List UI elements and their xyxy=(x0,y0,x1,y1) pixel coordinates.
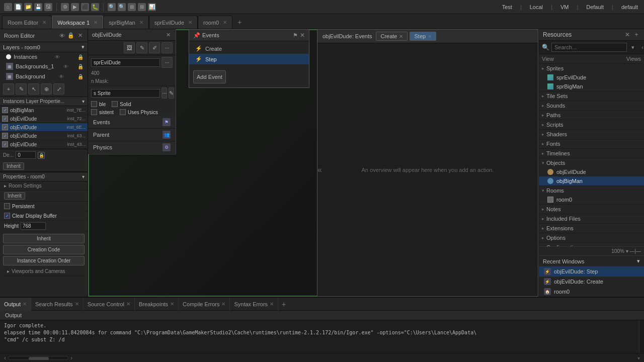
collision-sprite-input[interactable] xyxy=(91,89,160,98)
add-tab-button[interactable]: + xyxy=(234,17,245,28)
search-prev-icon[interactable]: ‹ xyxy=(638,43,644,51)
collapse-arrow-icon[interactable]: « xyxy=(317,165,322,174)
de-input[interactable] xyxy=(16,151,36,159)
output-tab-breakpoints[interactable]: Breakpoints ✕ xyxy=(135,298,179,311)
lock-icon2[interactable]: 🔒 xyxy=(67,32,74,39)
layer-dropdown[interactable]: Layers - room0 ▾ xyxy=(0,42,88,52)
height-input[interactable] xyxy=(21,222,46,230)
bg1-lock-icon[interactable]: 🔒 xyxy=(77,64,84,69)
edit-btn[interactable]: ✎ xyxy=(16,83,27,95)
obj-properties-btn[interactable]: ✎ xyxy=(136,42,147,53)
uses-physics-checkbox[interactable] xyxy=(120,109,126,115)
physics-section-btn[interactable]: Physics ⚙ xyxy=(88,141,176,154)
close-panel-icon[interactable]: ✕ xyxy=(76,32,84,39)
add-event-button[interactable]: Add Event xyxy=(193,70,226,83)
room-settings-section[interactable]: ▸ Room Settings xyxy=(0,182,88,191)
obj-sprite-more-btn[interactable]: ··· xyxy=(162,57,173,68)
collision-more-btn[interactable]: ··· xyxy=(162,87,167,99)
event-step[interactable]: ⚡ Step xyxy=(189,54,309,64)
debug-icon[interactable]: 🐛 xyxy=(91,3,99,11)
options-header[interactable]: ▸ Options xyxy=(539,233,644,242)
fonts-header[interactable]: ▸ Fonts xyxy=(539,139,644,148)
recent-windows-header[interactable]: Recent Windows ▾ xyxy=(539,256,644,266)
big-step-close[interactable]: ✕ xyxy=(428,34,432,39)
breakpoints-close[interactable]: ✕ xyxy=(170,301,174,307)
output-close[interactable]: ✕ xyxy=(23,301,27,307)
tab-sprevildude[interactable]: sprEvilDude ✕ xyxy=(149,16,198,29)
instances-lock-icon[interactable]: 🔒 xyxy=(77,54,84,60)
resources-close-icon[interactable]: ✕ xyxy=(624,31,631,38)
bg-lock-icon[interactable]: 🔒 xyxy=(77,74,84,79)
included-files-header[interactable]: ▸ Included Files xyxy=(539,214,644,223)
obj-close-icon[interactable]: ✕ xyxy=(165,31,172,38)
recent-room0[interactable]: 🏠 room0 xyxy=(539,287,644,297)
obj-pencil-btn[interactable]: ✐ xyxy=(149,42,160,53)
inherit-button2[interactable]: Inherit xyxy=(4,192,25,200)
tilesets-header[interactable]: ▸ Tile Sets xyxy=(539,92,644,101)
big-step-tab[interactable]: Step ✕ xyxy=(410,32,436,41)
creation-code-button[interactable]: Creation Code xyxy=(3,245,85,254)
lock-icon3[interactable]: 🔒 xyxy=(38,152,45,159)
inherit-button[interactable]: Inherit xyxy=(3,162,24,170)
search-input[interactable] xyxy=(551,43,627,52)
tab-room0[interactable]: room0 ✕ xyxy=(198,16,232,29)
zoom-in-icon[interactable]: 🔍 xyxy=(108,3,116,11)
configurations-header[interactable]: ▸ Configurations xyxy=(539,243,644,246)
move-btn[interactable]: ⊕ xyxy=(41,83,52,95)
output-tab-output[interactable]: Output ✕ xyxy=(0,298,31,311)
scroll-right-icon[interactable]: › xyxy=(70,354,72,361)
rooms-header[interactable]: ▾ Rooms xyxy=(539,186,644,195)
notes-header[interactable]: ▸ Notes xyxy=(539,205,644,214)
inherit-button3[interactable]: Inherit xyxy=(3,234,85,243)
sprites-header[interactable]: ▸ Sprites xyxy=(539,64,644,73)
add-output-tab-button[interactable]: + xyxy=(278,299,289,310)
chevron-bottom-icon[interactable]: ▾ xyxy=(637,355,640,361)
inst-check-1[interactable]: ✓ xyxy=(2,116,8,122)
inst-check-4[interactable]: ✓ xyxy=(2,141,8,147)
sprite-evildude[interactable]: sprEvilDude xyxy=(539,73,644,82)
grid-icon[interactable]: ⊞ xyxy=(138,3,146,11)
scripts-header[interactable]: ▸ Scripts xyxy=(539,120,644,129)
horizontal-scrollbar[interactable] xyxy=(8,356,68,360)
obj-bigman-item[interactable]: objBigMan xyxy=(539,176,644,186)
big-create-tab[interactable]: Create ✕ xyxy=(376,32,408,41)
syntax-errors-close[interactable]: ✕ xyxy=(270,301,274,307)
persistent-checkbox2[interactable] xyxy=(91,109,97,115)
run-icon[interactable]: ▶ xyxy=(71,3,79,11)
instance-item-1[interactable]: ✓ objEvilDude inst_72... xyxy=(0,115,88,123)
instances-eye-icon[interactable]: 👁 xyxy=(55,54,60,60)
persistent-checkbox[interactable] xyxy=(4,203,10,209)
resize-btn[interactable]: ⤢ xyxy=(53,83,64,95)
inst-check-2[interactable]: ✓ xyxy=(2,124,8,130)
obj-more-btn[interactable]: ··· xyxy=(162,42,173,53)
obj-sprite-input[interactable] xyxy=(91,58,160,67)
paths-header[interactable]: ▸ Paths xyxy=(539,111,644,120)
layer-item-instances[interactable]: Instances 👁 🔒 xyxy=(0,52,88,61)
sounds-header[interactable]: ▸ Sounds xyxy=(539,101,644,110)
layer-item-background[interactable]: ▦ Background 👁 🔒 xyxy=(0,71,88,81)
compile-errors-close[interactable]: ✕ xyxy=(221,301,225,307)
select-btn[interactable]: ↖ xyxy=(28,83,39,95)
visible-checkbox[interactable] xyxy=(91,101,97,107)
bg1-eye-icon[interactable]: 👁 xyxy=(63,64,68,69)
room0-item[interactable]: room0 xyxy=(539,195,644,204)
close-room-editor[interactable]: ✕ xyxy=(42,20,46,25)
instance-item-3[interactable]: ✓ objEvilDude inst_63... xyxy=(0,132,88,140)
inst-check-0[interactable]: ✓ xyxy=(2,107,8,113)
analytics-icon[interactable]: 📊 xyxy=(148,3,156,11)
search-dropdown-icon[interactable]: ▾ xyxy=(629,43,637,51)
recent-evildude-create[interactable]: ⚡ objEvilDude: Create xyxy=(539,277,644,287)
close-sprevildude[interactable]: ✕ xyxy=(188,20,192,25)
sprite-bigman[interactable]: sprBigMan xyxy=(539,82,644,91)
save-all-icon[interactable]: 🖫 xyxy=(44,3,52,11)
source-control-close[interactable]: ✕ xyxy=(126,301,130,307)
eye-icon[interactable]: 👁 xyxy=(58,32,65,39)
extensions-header[interactable]: ▸ Extensions xyxy=(539,224,644,233)
open-file-icon[interactable]: 📁 xyxy=(24,3,32,11)
zoom-fit-icon[interactable]: ⊞ xyxy=(128,3,136,11)
big-create-close[interactable]: ✕ xyxy=(399,34,403,39)
stop-icon[interactable]: ⬛ xyxy=(81,3,89,11)
event-create[interactable]: ⚡ Create xyxy=(189,43,309,54)
scroll-left-icon[interactable]: ‹ xyxy=(4,354,6,361)
objects-header[interactable]: ▾ Objects xyxy=(539,158,644,167)
